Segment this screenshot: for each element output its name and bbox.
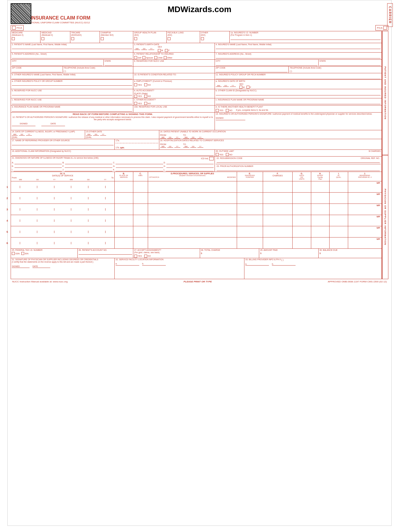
field-23-input[interactable] xyxy=(217,168,380,171)
assign-no-cb[interactable] xyxy=(144,255,147,258)
outside-no-cb[interactable] xyxy=(226,153,229,156)
ssn-cb[interactable] xyxy=(12,252,15,255)
line-number-5: 5 xyxy=(7,230,8,233)
service-line-4: 4NPI xyxy=(11,215,382,226)
field-other: OTHER (ID#) xyxy=(200,31,230,43)
line-number-4: 4 xyxy=(7,219,8,222)
other-acc-yes-cb[interactable] xyxy=(134,102,137,105)
group-health-checkbox[interactable] xyxy=(134,37,137,40)
field-9d-input[interactable] xyxy=(12,109,132,112)
field-9a-input[interactable] xyxy=(12,83,132,86)
field-2-input[interactable] xyxy=(12,46,132,49)
ins-sex-f-cb[interactable] xyxy=(246,86,249,89)
diag-b: B. xyxy=(62,162,64,164)
date-tick xyxy=(54,208,54,211)
field-29-dollar: $ xyxy=(260,252,317,255)
field-7: 7. INSURED'S ADDRESS (No., Street) xyxy=(215,53,382,59)
field-22-input[interactable] xyxy=(217,160,380,163)
field-17a-input[interactable] xyxy=(116,143,158,146)
spouse-checkbox[interactable] xyxy=(142,56,145,59)
medicaid-checkbox[interactable] xyxy=(41,37,44,40)
field-19-input[interactable] xyxy=(12,153,214,156)
another-no-cb[interactable] xyxy=(226,109,229,112)
service-line-3: 3NPI xyxy=(11,204,382,215)
field-20: 20. OUTSIDE LAB? $ CHARGES YES NO xyxy=(215,150,382,156)
zip-input[interactable] xyxy=(12,69,62,72)
auto-no: NO xyxy=(148,95,151,97)
feca-checkbox[interactable] xyxy=(168,37,171,40)
sl-6-col-4 xyxy=(237,237,263,248)
field-9c-input[interactable] xyxy=(12,101,132,104)
sex-f-checkbox[interactable] xyxy=(165,49,168,52)
state-input[interactable] xyxy=(105,63,132,66)
pica-checkbox-right[interactable] xyxy=(383,26,387,30)
state2-input[interactable] xyxy=(319,63,381,66)
field-1a-input[interactable] xyxy=(231,37,381,40)
another-yes-cb[interactable] xyxy=(216,109,219,112)
field-17-input[interactable] xyxy=(12,142,113,145)
other-acc-no-cb[interactable] xyxy=(144,102,147,105)
auto-no-cb[interactable] xyxy=(144,95,147,98)
champva-checkbox[interactable] xyxy=(101,37,104,40)
row-additional: 19. ADDITIONAL CLAIM INFORMATION (Design… xyxy=(11,150,382,157)
pica-checkbox-left[interactable] xyxy=(12,26,16,30)
employ-no-cb[interactable] xyxy=(144,83,147,86)
sl-3-col-2 xyxy=(133,204,148,215)
field-11d-label: d. IS THERE ANOTHER HEALTH BENEFIT PLAN? xyxy=(216,106,381,108)
field-30-dollar: $ xyxy=(319,252,381,255)
feca-label: FECA BLK LUNG xyxy=(168,32,199,34)
outside-yes-cb[interactable] xyxy=(216,153,219,156)
qr-code xyxy=(11,3,31,24)
icd-label: ICD Ind. xyxy=(201,157,209,160)
field-26-input[interactable] xyxy=(79,252,132,255)
field-31-signed: SIGNED xyxy=(12,265,20,267)
ins-sex-m-cb[interactable] xyxy=(239,86,242,89)
field-21: 21. DIAGNOSIS OR NATURE OF ILLNESS OR IN… xyxy=(11,157,215,172)
field-32-label: 32. SERVICE FACILITY LOCATION INFORMATIO… xyxy=(116,258,243,261)
sl-4-col-6 xyxy=(293,215,311,226)
employ-yes-cb[interactable] xyxy=(134,83,137,86)
other-rel-checkbox[interactable] xyxy=(164,56,167,59)
auto-yes-cb[interactable] xyxy=(134,95,137,98)
tricare-checkbox[interactable] xyxy=(71,37,74,40)
diag-e: E. xyxy=(12,165,14,167)
field-4-label: 4. INSURED'S NAME (Last Name, First Name… xyxy=(216,43,381,46)
field-5-input[interactable] xyxy=(12,56,132,58)
field-13-label: 13. INSURED'S OR AUTHORIZED PERSON'S SIG… xyxy=(216,113,381,115)
another-no: NO xyxy=(229,109,233,111)
icd-box[interactable] xyxy=(209,157,214,160)
zip2-input[interactable] xyxy=(216,69,288,72)
ein-cb[interactable] xyxy=(21,252,24,255)
date-tick xyxy=(105,197,106,199)
side-labels: PATIENT AND INSURED INFORMATION PHYSICIA… xyxy=(382,31,388,279)
field-9b-input[interactable] xyxy=(12,92,132,95)
state-label: STATE xyxy=(105,60,132,62)
sh-col-j: J. RENDERING PROVIDER ID. # xyxy=(348,172,382,181)
field-11-input[interactable] xyxy=(216,76,381,79)
field-18-label: 18. HOSPITALIZATION DATES RELATED TO CUR… xyxy=(160,139,381,142)
child-checkbox[interactable] xyxy=(154,56,157,59)
field-11c-input[interactable] xyxy=(216,101,381,104)
sh-mm2: MM xyxy=(70,179,73,180)
row-other-insured: 9. OTHER INSURED'S NAME (Last Name, Firs… xyxy=(11,73,382,80)
date-tick xyxy=(88,208,88,211)
medicare-checkbox[interactable] xyxy=(12,37,15,40)
row-other-accident: c. RESERVED FOR NUCC USE c. OTHER ACCIDE… xyxy=(11,98,382,105)
medicare-label: MEDICARE xyxy=(12,32,39,34)
city-input[interactable] xyxy=(12,63,103,66)
field-11b-input[interactable] xyxy=(216,92,381,95)
city2-input[interactable] xyxy=(216,63,317,66)
field-city: CITY xyxy=(11,60,104,66)
sl-4-col-7 xyxy=(311,215,330,226)
field-9-input[interactable] xyxy=(12,76,132,79)
field-4-input[interactable] xyxy=(216,46,381,49)
sex-m-checkbox[interactable] xyxy=(158,49,161,52)
field-7-input[interactable] xyxy=(216,56,381,58)
assign-yes-cb[interactable] xyxy=(134,255,137,258)
field-25-label: 25. FEDERAL TAX I.D. NUMBER xyxy=(12,249,77,251)
sl-3-col-3 xyxy=(148,204,237,215)
self-checkbox[interactable] xyxy=(134,56,137,59)
field-22-ref: ORIGINAL REF. NO. xyxy=(361,157,380,160)
other-checkbox[interactable] xyxy=(201,37,204,40)
sh-col-e: E. DIAGNOSIS POINTER xyxy=(237,172,263,181)
